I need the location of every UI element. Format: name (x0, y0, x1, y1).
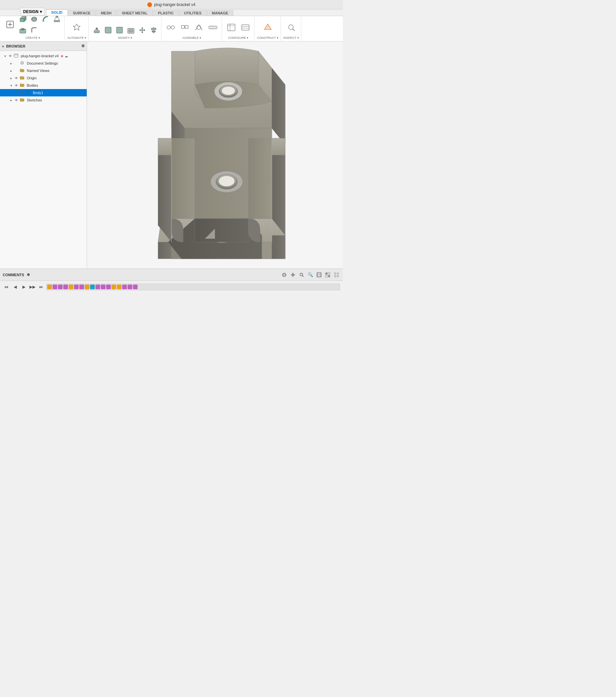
joint-btn[interactable] (164, 19, 177, 35)
pan-icon[interactable] (289, 271, 297, 279)
eye-icon-origin[interactable]: 👁 (14, 76, 19, 80)
eye-icon-bodies[interactable]: 👁 (14, 84, 19, 87)
eye-icon-sketches[interactable]: 👁 (14, 99, 19, 102)
browser-item-label-doc-settings: Document Settings (27, 61, 58, 65)
rigid-group-btn[interactable] (178, 19, 191, 35)
svg-marker-26 (144, 29, 145, 31)
timeline-chip-3[interactable] (63, 284, 68, 289)
browser-item-doc-settings[interactable]: ▸Document Settings (0, 60, 87, 67)
svg-rect-10 (54, 20, 60, 22)
construct-btn[interactable] (261, 19, 275, 35)
toolbar-tab-utilities[interactable]: UTILITIES (179, 10, 207, 16)
expand-arrow-sketches[interactable]: ▸ (9, 99, 13, 102)
expand-arrow-body1[interactable]: ▸ (15, 91, 19, 95)
timeline-chip-12[interactable] (112, 284, 116, 289)
browser-item-body1[interactable]: ▸👁Body1 (0, 89, 87, 97)
svg-marker-25 (139, 29, 141, 31)
timeline-chip-2[interactable] (58, 284, 63, 289)
expand-arrow-doc-settings[interactable]: ▸ (9, 62, 13, 65)
parameters-btn[interactable] (225, 19, 238, 35)
fillet-btn[interactable] (29, 25, 40, 35)
fillet2-btn[interactable] (103, 25, 114, 35)
svg-marker-91 (292, 276, 294, 277)
browser-item-label-named-views: Named Views (27, 69, 49, 73)
motion-link-btn[interactable] (206, 19, 220, 35)
svg-rect-103 (337, 273, 338, 274)
expand-arrow-bodies[interactable]: ▾ (9, 84, 13, 87)
viewport[interactable] (87, 42, 343, 268)
expand-arrow-origin[interactable]: ▸ (9, 76, 13, 80)
toolbar-tab-surface[interactable]: SURFACE (68, 10, 96, 16)
folder-icon-sketches (19, 98, 25, 103)
timeline-chip-6[interactable] (79, 284, 84, 289)
eye-icon-root[interactable]: 👁 (8, 54, 13, 58)
press-pull-btn[interactable] (91, 25, 102, 35)
timeline-chip-1[interactable] (53, 284, 57, 289)
grid-icon[interactable] (333, 271, 340, 279)
configs-btn[interactable] (239, 19, 252, 35)
hole-btn[interactable] (17, 25, 28, 35)
browser-item-root[interactable]: ▾👁plug-hanger-bracket v4⊕☁ (0, 52, 87, 60)
orbit-icon[interactable] (281, 271, 288, 279)
timeline-chip-11[interactable] (106, 284, 111, 289)
timeline-prev-btn[interactable]: ◀ (11, 283, 19, 291)
timeline-play-btn[interactable]: ▶ (20, 283, 27, 291)
comments-add-icon[interactable]: ⊕ (27, 272, 30, 277)
toolbar-section-modify: MODIFY ▾ (89, 17, 161, 41)
expand-arrow-named-views[interactable]: ▸ (9, 69, 13, 73)
align-btn[interactable] (148, 25, 159, 35)
extrude-btn[interactable] (17, 13, 28, 24)
browser-item-bodies[interactable]: ▾👁Bodies (0, 82, 87, 89)
timeline-chip-13[interactable] (117, 284, 121, 289)
toolbar-tab-mesh[interactable]: MESH (96, 10, 117, 16)
display-mode-icon[interactable] (316, 271, 323, 279)
toolbar-tab-plastic[interactable]: PLASTIC (153, 10, 179, 16)
browser-item-origin[interactable]: ▸👁Origin (0, 74, 87, 82)
timeline-end-btn[interactable]: ⏭ (38, 283, 45, 291)
timeline-start-btn[interactable]: ⏮ (3, 283, 10, 291)
browser-item-named-views[interactable]: ▸Named Views (0, 67, 87, 74)
toolbar-section-assemble: ASSEMBLE ▾ (162, 17, 222, 41)
timeline-chip-10[interactable] (101, 284, 105, 289)
timeline-next-btn[interactable]: ▶▶ (29, 283, 36, 291)
svg-point-55 (22, 62, 23, 63)
chamfer-btn[interactable] (114, 25, 125, 35)
timeline-chip-9[interactable] (96, 284, 100, 289)
timeline-chip-7[interactable] (85, 284, 89, 289)
fit-icon[interactable]: 🔍 (307, 271, 314, 279)
new-component-btn[interactable] (3, 16, 17, 32)
svg-rect-99 (328, 272, 330, 275)
inspect-btn[interactable] (284, 19, 298, 35)
revolve-btn[interactable] (29, 13, 40, 24)
svg-rect-3 (20, 18, 24, 22)
automate-btn[interactable] (70, 19, 83, 35)
visual-style-icon[interactable] (324, 271, 332, 279)
timeline-chip-4[interactable] (69, 284, 73, 289)
timeline-chip-15[interactable] (128, 284, 132, 289)
browser-collapse-icon[interactable]: « (2, 44, 4, 48)
zoom-icon[interactable] (298, 271, 305, 279)
loft-btn[interactable] (52, 13, 62, 24)
shell-btn[interactable] (126, 25, 136, 35)
svg-marker-93 (294, 274, 295, 276)
svg-rect-101 (328, 275, 330, 277)
tangent-rel-btn[interactable] (192, 19, 206, 35)
move-btn[interactable] (137, 25, 148, 35)
sweep-btn[interactable] (40, 13, 51, 24)
expand-arrow-root[interactable]: ▾ (3, 54, 8, 58)
timeline-chip-0[interactable] (47, 284, 52, 289)
timeline-chip-14[interactable] (122, 284, 127, 289)
eye-icon-body1[interactable]: 👁 (20, 91, 25, 95)
timeline-chip-16[interactable] (133, 284, 137, 289)
automate-buttons (70, 19, 83, 35)
svg-marker-74 (248, 138, 272, 219)
svg-marker-72 (272, 138, 285, 155)
timeline-chip-5[interactable] (74, 284, 79, 289)
browser-item-sketches[interactable]: ▸👁Sketches (0, 97, 87, 104)
bottom-bar: COMMENTS ⊕ 🔍 (0, 268, 343, 281)
toolbar-tab-sheet-metal[interactable]: SHEET METAL (117, 10, 153, 16)
toolbar-tab-manage[interactable]: MANAGE (207, 10, 233, 16)
timeline-chip-8[interactable] (90, 284, 95, 289)
folder-icon-doc-settings (19, 61, 25, 66)
browser-settings-icon[interactable]: ⚙ (82, 44, 85, 48)
